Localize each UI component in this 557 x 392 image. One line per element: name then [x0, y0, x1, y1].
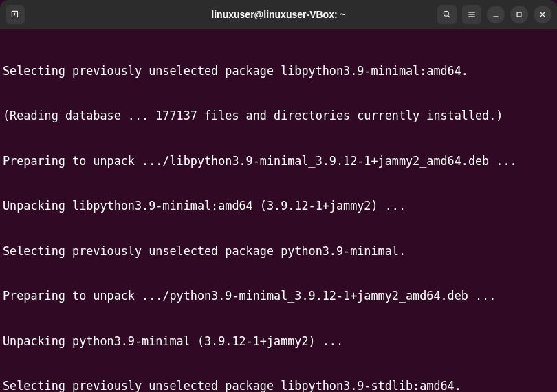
terminal-line: Preparing to unpack .../libpython3.9-min… — [3, 154, 554, 169]
minimize-icon — [491, 10, 501, 19]
minimize-button[interactable] — [487, 6, 505, 23]
hamburger-icon — [467, 10, 477, 19]
terminal-line: Selecting previously unselected package … — [3, 379, 554, 392]
menu-button[interactable] — [462, 5, 481, 24]
close-icon — [538, 10, 547, 19]
search-icon — [442, 10, 452, 19]
terminal-line: Unpacking python3.9-minimal (3.9.12-1+ja… — [3, 334, 554, 349]
search-button[interactable] — [437, 5, 457, 24]
close-button[interactable] — [534, 6, 551, 23]
window-title: linuxuser@linuxuser-VBox: ~ — [211, 9, 345, 20]
terminal-line: (Reading database ... 177137 files and d… — [3, 109, 554, 124]
svg-rect-9 — [517, 12, 521, 17]
new-tab-icon — [10, 10, 20, 19]
terminal-line: Unpacking libpython3.9-minimal:amd64 (3.… — [3, 199, 554, 214]
terminal-line: Selecting previously unselected package … — [3, 244, 554, 259]
maximize-button[interactable] — [510, 6, 528, 23]
terminal-line: Preparing to unpack .../python3.9-minima… — [3, 289, 554, 304]
terminal-viewport[interactable]: Selecting previously unselected package … — [0, 29, 557, 392]
new-tab-button[interactable] — [6, 5, 25, 24]
svg-point-3 — [444, 11, 448, 16]
titlebar: linuxuser@linuxuser-VBox: ~ — [0, 0, 557, 29]
maximize-icon — [514, 10, 524, 19]
terminal-line: Selecting previously unselected package … — [3, 64, 554, 79]
svg-line-4 — [448, 16, 450, 18]
titlebar-left — [6, 5, 25, 24]
titlebar-right — [437, 5, 551, 24]
